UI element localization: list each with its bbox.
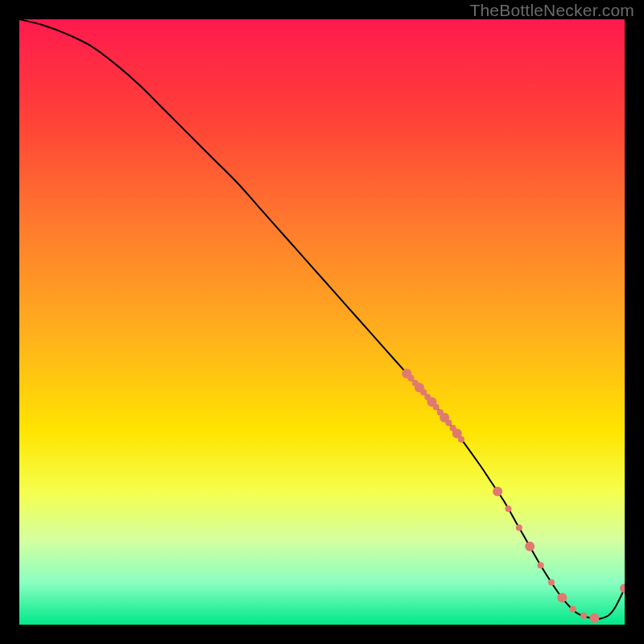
data-marker (620, 584, 625, 593)
data-marker (538, 562, 544, 568)
chart-stage: TheBottleNecker.com (0, 0, 644, 644)
plot-area (19, 19, 625, 625)
data-marker (505, 506, 511, 512)
data-marker (557, 592, 567, 602)
data-marker (570, 606, 576, 613)
data-marker (433, 404, 440, 411)
data-marker (580, 613, 587, 619)
data-marker (548, 580, 555, 586)
marker-group (402, 369, 625, 623)
data-marker (493, 487, 502, 497)
data-marker (516, 524, 522, 530)
curve-layer (19, 19, 625, 625)
data-marker (589, 613, 599, 623)
bottleneck-curve (19, 19, 625, 619)
watermark-text: TheBottleNecker.com (469, 1, 634, 20)
data-marker (525, 542, 535, 551)
data-marker (458, 436, 464, 443)
data-marker (445, 419, 452, 426)
